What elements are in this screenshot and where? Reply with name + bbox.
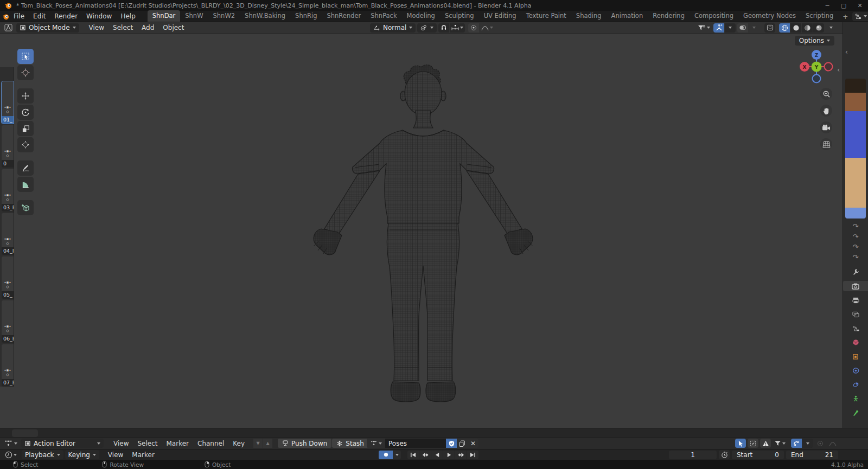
mode-selector[interactable]: Object Mode: [16, 23, 79, 33]
add-workspace-button[interactable]: +: [838, 12, 852, 22]
pivot-point-dropdown[interactable]: [417, 23, 437, 33]
tool-add-cube[interactable]: [17, 200, 34, 215]
navigation-gizmo[interactable]: Z X Y: [799, 49, 834, 85]
workspace-tab-shading[interactable]: Shading: [571, 10, 607, 22]
workspace-tab-shnpack[interactable]: ShnPack: [366, 10, 401, 22]
timeline-menu-view[interactable]: View: [104, 451, 127, 459]
filter-dropdown[interactable]: [773, 439, 787, 448]
shading-material-button[interactable]: [802, 23, 813, 33]
close-icon[interactable]: ✕: [852, 0, 868, 11]
action-menu-view[interactable]: View: [109, 440, 133, 447]
workspace-tab-rendering[interactable]: Rendering: [648, 10, 690, 22]
workspace-tab-shnrender[interactable]: ShnRender: [322, 10, 366, 22]
pose-item-06[interactable]: ∙▪∙◇ 06_E: [2, 300, 14, 343]
action-name-field[interactable]: [385, 439, 446, 448]
workspace-tab-compositing[interactable]: Compositing: [690, 10, 738, 22]
workspace-tab-uv-editing[interactable]: UV Editing: [479, 10, 521, 22]
show-hidden-filter-button[interactable]: [748, 439, 758, 448]
xray-toggle-button[interactable]: [764, 23, 775, 33]
tab-render[interactable]: [843, 281, 868, 291]
camera-view-icon[interactable]: [820, 121, 832, 133]
shading-wireframe-button[interactable]: [779, 23, 790, 33]
tool-rotate[interactable]: [17, 105, 34, 120]
fcurve-icon[interactable]: ↷: [853, 223, 859, 230]
minimize-icon[interactable]: ─: [819, 0, 835, 11]
menu-render[interactable]: Render: [50, 11, 82, 21]
tab-armature-data[interactable]: [843, 394, 868, 404]
sidebar-collapse-chevron[interactable]: ‹: [837, 66, 840, 74]
jump-to-start-button[interactable]: [407, 451, 419, 459]
stash-button[interactable]: Stash: [332, 439, 368, 448]
workspace-tab-sculpting[interactable]: Sculpting: [440, 10, 479, 22]
action-menu-select[interactable]: Select: [133, 440, 162, 447]
overlays-toggle-button[interactable]: [737, 23, 748, 33]
tab-output[interactable]: [843, 295, 868, 305]
editor-type-timeline-icon[interactable]: [3, 450, 18, 459]
tool-measure[interactable]: [17, 177, 34, 192]
shading-solid-button[interactable]: [790, 23, 801, 33]
only-selected-filter-button[interactable]: [735, 439, 746, 448]
new-action-copy-button[interactable]: [457, 439, 468, 448]
scene-browse-caret[interactable]: [864, 15, 867, 17]
push-down-button[interactable]: Push Down: [278, 439, 331, 448]
menu-edit[interactable]: Edit: [29, 11, 50, 21]
auto-keyframe-record-button[interactable]: [379, 451, 393, 459]
proportional-falloff-dropdown[interactable]: [480, 23, 495, 33]
overlays-dropdown[interactable]: [749, 23, 760, 33]
dope-sheet-channel-box[interactable]: [12, 429, 38, 437]
current-frame-field[interactable]: 1: [669, 451, 717, 459]
fake-user-shield-button[interactable]: [446, 439, 457, 448]
workspace-tab-shndar[interactable]: ShnDar: [148, 10, 181, 22]
blender-menu-icon[interactable]: [2, 13, 9, 20]
viewport-3d[interactable]: Options ‹: [0, 34, 868, 428]
preview-range-stopwatch-button[interactable]: [719, 450, 730, 459]
options-dropdown[interactable]: Options: [795, 36, 834, 46]
pan-hand-icon[interactable]: [820, 105, 832, 117]
proportional-edit-toggle-disabled[interactable]: [815, 439, 826, 448]
play-button[interactable]: [443, 451, 455, 459]
gizmo-dropdown[interactable]: [725, 23, 736, 33]
tool-annotate[interactable]: [17, 160, 34, 176]
tab-object[interactable]: [843, 351, 868, 362]
workspace-tab-animation[interactable]: Animation: [607, 10, 648, 22]
action-editor-mode-dropdown[interactable]: Action Editor: [21, 439, 104, 448]
tab-scene[interactable]: [843, 323, 868, 333]
record-options-caret-button[interactable]: [393, 451, 401, 459]
zoom-icon[interactable]: [820, 88, 832, 100]
end-frame-field[interactable]: End 21: [786, 451, 838, 459]
shading-dropdown[interactable]: [826, 23, 837, 33]
tab-bone[interactable]: [843, 408, 868, 418]
move-channel-up-icon[interactable]: ▲: [263, 439, 272, 448]
snap-keyframes-dropdown[interactable]: [791, 439, 802, 448]
timeline-menu-marker[interactable]: Marker: [127, 451, 158, 459]
pose-item-05[interactable]: ∙▪∙◇ 05_: [2, 256, 14, 299]
gizmo-axis-z-neg[interactable]: [813, 75, 821, 83]
tab-view-layer[interactable]: [843, 309, 868, 319]
workspace-tab-shnrig[interactable]: ShnRig: [290, 10, 322, 22]
fcurve-icon[interactable]: ↷: [853, 254, 859, 261]
unlink-action-button[interactable]: ✕: [468, 439, 478, 448]
workspace-tab-shnw-baking[interactable]: ShnW.Baking: [240, 10, 290, 22]
viewport-menu-select[interactable]: Select: [108, 24, 137, 31]
pose-item-01[interactable]: ∙▪∙◇ 01_: [2, 81, 14, 124]
proportional-editing-toggle[interactable]: [468, 23, 479, 33]
tool-cursor[interactable]: [17, 65, 34, 80]
snap-toggle-button[interactable]: [438, 23, 449, 33]
next-keyframe-button[interactable]: [455, 451, 467, 459]
show-hide-filter-dropdown[interactable]: [696, 23, 712, 33]
action-menu-key[interactable]: Key: [228, 440, 249, 447]
workspace-tab-scripting[interactable]: Scripting: [801, 10, 838, 22]
character-asset-preview[interactable]: [845, 79, 866, 219]
expand-panel-chevron[interactable]: ‹: [845, 48, 848, 56]
menu-help[interactable]: Help: [116, 11, 139, 21]
workspace-tab-shnw[interactable]: ShnW: [180, 10, 208, 22]
play-reverse-button[interactable]: [431, 451, 443, 459]
menu-file[interactable]: File: [9, 11, 29, 21]
move-channel-down-icon[interactable]: ▼: [253, 439, 263, 448]
fcurve-icon[interactable]: ↷: [853, 233, 859, 241]
tab-tool[interactable]: [843, 267, 868, 277]
gizmo-axis-x-neg[interactable]: [825, 63, 833, 71]
workspace-tab-modeling[interactable]: Modeling: [402, 10, 440, 22]
pose-item-07[interactable]: ∙▪∙◇ 07_E: [2, 344, 14, 387]
prev-keyframe-button[interactable]: [419, 451, 431, 459]
